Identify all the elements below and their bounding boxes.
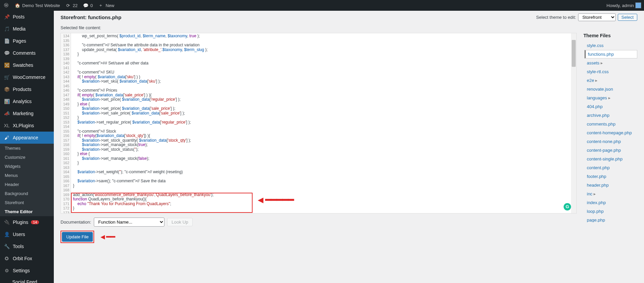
file-content-homepage-php[interactable]: content-homepage.php xyxy=(584,129,637,137)
menu-icon: 💬 xyxy=(3,50,10,56)
file-footer-php[interactable]: footer.php xyxy=(584,172,637,181)
submenu-widgets[interactable]: Widgets xyxy=(0,162,54,171)
file-inc[interactable]: inc xyxy=(584,190,637,198)
sidebar-item-social-feed-gallery[interactable]: 📷Social Feed Gallery xyxy=(0,277,54,283)
file-style-rtl-css[interactable]: style-rtl.css xyxy=(584,67,637,76)
theme-select[interactable]: Storefront xyxy=(578,13,616,21)
menu-icon: 📊 xyxy=(3,98,10,105)
file-header-php[interactable]: header.php xyxy=(584,181,637,189)
file-page-php[interactable]: page.php xyxy=(584,216,637,222)
sidebar-item-marketing[interactable]: 📣Marketing xyxy=(0,107,54,120)
file-e2e[interactable]: e2e xyxy=(584,76,637,85)
menu-icon: 📣 xyxy=(3,110,10,117)
file-loop-php[interactable]: loop.php xyxy=(584,207,637,216)
submenu-header[interactable]: Header xyxy=(0,180,54,189)
arrow-annotation-code: ◄━━━━━ xyxy=(256,198,294,202)
file-style-css[interactable]: style.css xyxy=(584,41,637,50)
documentation-select[interactable]: Function Name... xyxy=(94,218,164,227)
editor-scrollbar[interactable] xyxy=(571,33,576,213)
submenu-themes[interactable]: Themes xyxy=(0,144,54,153)
sidebar-item-appearance[interactable]: 🖌Appearance xyxy=(0,132,54,144)
new-content-link[interactable]: ＋New xyxy=(98,2,114,9)
updates-link[interactable]: ⟳22 xyxy=(65,2,77,9)
file-comments-php[interactable]: comments.php xyxy=(584,120,637,128)
menu-icon: 🔌 xyxy=(3,219,10,226)
file-functions-php[interactable]: functions.php xyxy=(584,50,637,58)
submenu-background[interactable]: Background xyxy=(0,189,54,198)
documentation-label: Documentation: xyxy=(61,220,91,225)
submenu-customize[interactable]: Customize xyxy=(0,153,54,162)
file-content-php[interactable]: content.php xyxy=(584,163,637,172)
submenu-menus[interactable]: Menus xyxy=(0,171,54,180)
sidebar-item-products[interactable]: 📦Products xyxy=(0,83,54,95)
badge: 14 xyxy=(31,220,39,224)
menu-icon: 🎵 xyxy=(3,26,10,32)
lookup-button[interactable]: Look Up xyxy=(167,218,193,226)
avatar xyxy=(635,2,641,8)
sidebar-item-swatches[interactable]: 🔀Swatches xyxy=(0,59,54,71)
menu-icon: 🖌 xyxy=(3,134,10,141)
sidebar-item-analytics[interactable]: 📊Analytics xyxy=(0,95,54,107)
sidebar-item-tools[interactable]: 🔧Tools xyxy=(0,240,54,252)
sidebar-item-pages[interactable]: 📄Pages xyxy=(0,35,54,47)
menu-icon: 🔀 xyxy=(3,62,10,68)
select-theme-button[interactable]: Select xyxy=(618,14,637,21)
menu-icon: 📄 xyxy=(3,38,10,44)
update-file-button[interactable]: Update File xyxy=(62,232,93,242)
highlight-box-button: Update File xyxy=(61,231,94,243)
sidebar-item-settings[interactable]: ⚙Settings xyxy=(0,265,54,277)
sidebar-item-users[interactable]: 👤Users xyxy=(0,228,54,240)
sidebar-item-media[interactable]: 🎵Media xyxy=(0,23,54,35)
menu-icon: 📌 xyxy=(3,13,10,20)
file-content-single-php[interactable]: content-single.php xyxy=(584,155,637,163)
menu-icon: ✪ xyxy=(3,255,10,262)
main-content: Storefront: functions.php Select theme t… xyxy=(54,11,644,283)
menu-icon: 📦 xyxy=(3,86,10,93)
file-404-php[interactable]: 404.php xyxy=(584,102,637,111)
wp-logo[interactable]: ⓦ xyxy=(3,2,9,9)
sidebar-item-comments[interactable]: 💬Comments xyxy=(0,47,54,59)
arrow-annotation-button: ◄━━ xyxy=(99,233,115,241)
file-index-php[interactable]: index.php xyxy=(584,198,637,207)
sidebar-item-plugins[interactable]: 🔌Plugins14 xyxy=(0,216,54,228)
file-content-page-php[interactable]: content-page.php xyxy=(584,146,637,154)
line-gutter: 1341351361371381391401411421431441451461… xyxy=(61,33,71,214)
sidebar-item-posts[interactable]: 📌Posts xyxy=(0,11,54,23)
theme-files-list: style.cssfunctions.phpassetsstyle-rtl.cs… xyxy=(583,41,637,222)
submenu-storefront[interactable]: Storefront xyxy=(0,198,54,207)
selected-file-label: Selected file content: xyxy=(61,25,637,30)
select-theme-label: Select theme to edit: xyxy=(536,15,576,20)
admin-sidebar: 📌Posts🎵Media📄Pages💬Comments🔀Swatches🛒Woo… xyxy=(0,11,54,283)
file-archive-php[interactable]: archive.php xyxy=(584,111,637,120)
menu-icon: 🛒 xyxy=(3,74,10,81)
admin-toolbar: ⓦ 🏠Demo Test Website ⟳22 💬0 ＋New Howdy, … xyxy=(0,0,644,11)
code-editor[interactable]: 1341351361371381391401411421431441451461… xyxy=(61,33,577,214)
howdy-account[interactable]: Howdy, admin xyxy=(607,2,641,8)
menu-icon: 📷 xyxy=(3,281,10,283)
menu-icon: 👤 xyxy=(3,231,10,238)
grammarly-icon[interactable]: G xyxy=(564,203,571,210)
sidebar-item-woocommerce[interactable]: 🛒WooCommerce xyxy=(0,71,54,83)
site-name-link[interactable]: 🏠Demo Test Website xyxy=(14,2,60,9)
theme-files-title: Theme Files xyxy=(583,33,637,38)
sidebar-item-xlplugins[interactable]: XLXLPlugins xyxy=(0,120,54,132)
page-title: Storefront: functions.php xyxy=(61,14,121,20)
comments-link[interactable]: 💬0 xyxy=(82,2,93,9)
submenu-theme-editor[interactable]: Theme Editor xyxy=(0,207,54,216)
menu-icon: ⚙ xyxy=(3,267,10,274)
file-assets[interactable]: assets xyxy=(584,59,637,67)
menu-icon: 🔧 xyxy=(3,243,10,250)
sidebar-item-orbit-fox[interactable]: ✪Orbit Fox xyxy=(0,252,54,265)
highlight-box-code xyxy=(71,193,253,213)
file-languages[interactable]: languages xyxy=(584,94,637,102)
menu-icon: XL xyxy=(3,122,10,129)
file-content-none-php[interactable]: content-none.php xyxy=(584,137,637,146)
file-renovate-json[interactable]: renovate.json xyxy=(584,85,637,93)
